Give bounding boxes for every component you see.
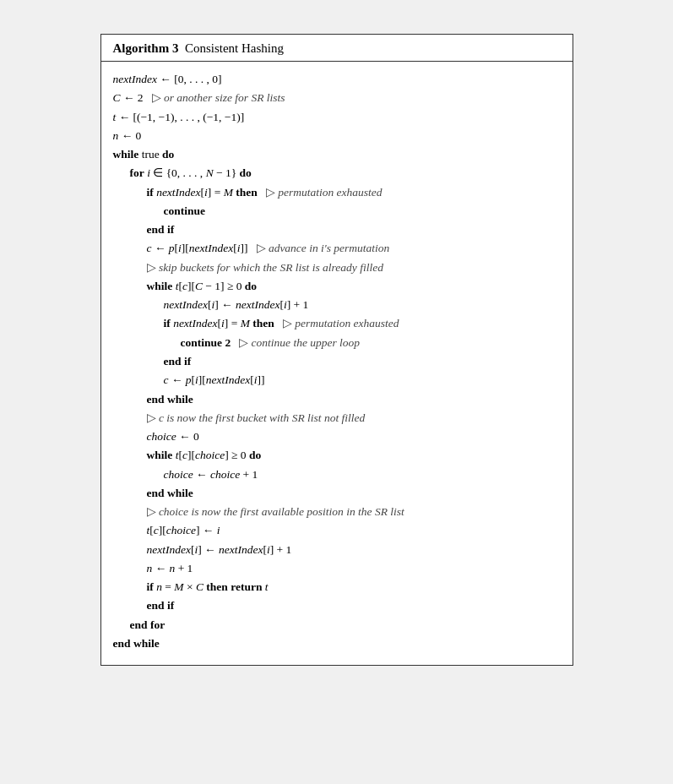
line-18: end while bbox=[113, 390, 561, 409]
line-12: while t [ c ][ C − 1] ≥ 0 do bbox=[113, 277, 561, 296]
line-14: if nextIndex [ i ] = M then ▷ permutatio… bbox=[113, 314, 561, 333]
line-7: if nextIndex [ i ] = M then ▷ permutatio… bbox=[113, 183, 561, 202]
line-19: ▷ c is now the first bucket with SR list… bbox=[113, 409, 561, 427]
line-1: nextIndex ← [0, . . . , 0] bbox=[113, 70, 561, 89]
line-5: while true do bbox=[113, 145, 561, 164]
line-6: for i ∈ {0, . . . , N − 1} do bbox=[113, 164, 561, 182]
line-20: choice ← 0 bbox=[113, 427, 561, 446]
line-15: continue 2 ▷ continue the upper loop bbox=[113, 334, 561, 352]
line-13: nextIndex [ i ] ← nextIndex [ i ] + 1 bbox=[113, 296, 561, 314]
line-8: continue bbox=[113, 202, 561, 220]
line-11: ▷ skip buckets for which the SR list is … bbox=[113, 259, 561, 277]
line-27: n ← n + 1 bbox=[113, 559, 561, 578]
line-31: end while bbox=[113, 634, 561, 653]
line-2: C ← 2 ▷ or another size for SR lists bbox=[113, 89, 561, 107]
line-17: c ← p [ i ][ nextIndex [ i ]] bbox=[113, 371, 561, 389]
line-22: choice ← choice + 1 bbox=[113, 466, 561, 484]
line-4: n ← 0 bbox=[113, 127, 561, 145]
line-24: ▷ choice is now the first available posi… bbox=[113, 503, 561, 521]
line-16: end if bbox=[113, 352, 561, 371]
algorithm-box: Algorithm 3 Consistent Hashing nextIndex… bbox=[100, 34, 573, 666]
line-30: end for bbox=[113, 616, 561, 634]
line-3: t ← [(−1, −1), . . . , (−1, −1)] bbox=[113, 108, 561, 127]
line-28: if n = M × C then return t bbox=[113, 578, 561, 596]
line-10: c ← p [ i ][ nextIndex [ i ]] ▷ advance … bbox=[113, 239, 561, 258]
algorithm-header: Algorithm 3 Consistent Hashing bbox=[101, 35, 573, 62]
algorithm-label: Algorithm 3 bbox=[113, 41, 179, 55]
line-26: nextIndex [ i ] ← nextIndex [ i ] + 1 bbox=[113, 541, 561, 559]
line-9: end if bbox=[113, 220, 561, 239]
algorithm-title: Consistent Hashing bbox=[182, 41, 284, 55]
line-23: end while bbox=[113, 484, 561, 503]
line-29: end if bbox=[113, 596, 561, 615]
line-21: while t [ c ][ choice ] ≥ 0 do bbox=[113, 446, 561, 465]
line-25: t [ c ][ choice ] ← i bbox=[113, 521, 561, 540]
algorithm-body: nextIndex ← [0, . . . , 0] C ← 2 ▷ or an… bbox=[101, 62, 573, 665]
